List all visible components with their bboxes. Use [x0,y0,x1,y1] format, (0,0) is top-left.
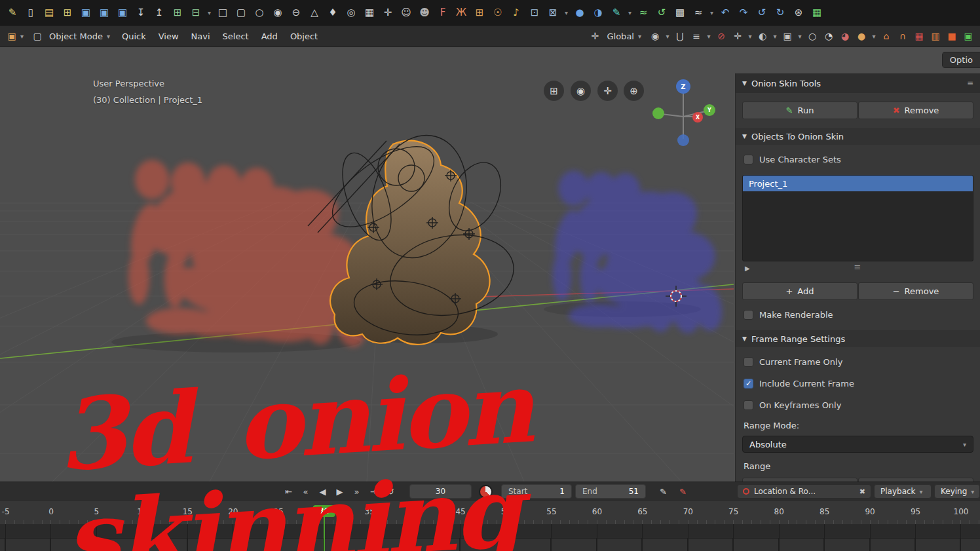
droplet-icon[interactable]: ♦ [324,4,342,22]
metaball-capsule-icon[interactable]: ◑ [589,4,607,22]
clipped-field[interactable] [858,478,973,482]
menu-item[interactable]: View [153,29,185,44]
empty-image-icon[interactable]: ☉ [489,4,507,22]
chevron-down-icon[interactable]: ▾ [870,28,878,44]
gear-icon[interactable]: ⊛ [789,4,808,22]
camera-view-button[interactable]: ◉ [571,81,591,101]
shading-rendered-icon[interactable]: ● [854,28,869,44]
chevron-down-icon[interactable]: ▾ [705,28,713,44]
playback-dropdown[interactable]: Playback ▾ [874,484,932,499]
shading-solid-icon[interactable]: ◔ [821,28,837,44]
undo-icon[interactable]: ↶ [716,4,734,22]
make-renderable-row[interactable]: Make Renderable [744,307,972,322]
export-icon[interactable]: ↥ [150,4,168,22]
chevron-down-icon[interactable]: ▾ [796,28,804,44]
monkey-icon[interactable]: ☺ [397,4,415,22]
repeat-icon[interactable]: ↻ [771,4,789,22]
use-character-sets-row[interactable]: Use Character Sets [744,152,972,166]
image-ref-icon[interactable]: ⊠ [544,4,562,22]
transform-orientation-selector[interactable]: ✛ Global ▾ [582,26,647,46]
range-mode-dropdown[interactable]: Absolute ▾ [742,436,973,453]
mode-selector[interactable]: ▢ Object Mode ▾ [24,26,115,46]
frame-range-section-header[interactable]: ▼ Frame Range Settings [736,330,980,347]
sync-icon[interactable]: ↺ [753,4,771,22]
snap-target-icon[interactable]: ≡ [688,28,704,44]
curve-icon[interactable]: ≈ [634,4,652,22]
save-copy-icon[interactable]: ▣ [113,4,132,22]
gizmo-icon[interactable]: ✛ [730,28,745,44]
brush-icon[interactable]: ✎ [607,4,626,22]
zoom-view-button[interactable]: ⊕ [624,81,644,101]
cube-icon[interactable]: ▢ [232,4,250,22]
options-button[interactable]: Optio [942,52,980,68]
chevron-down-icon[interactable]: ▾ [562,4,571,22]
menu-item[interactable]: Navi [185,29,216,44]
play-reverse-button[interactable]: ◀ [314,484,331,499]
list-filter-icon[interactable]: ▶ [745,265,750,272]
list-resize-grip-icon[interactable]: ≡ [854,262,862,272]
image-icon[interactable]: ⊡ [525,4,544,22]
menu-item[interactable]: Object [284,29,324,44]
overlays-icon[interactable]: ◐ [755,28,770,44]
circle-icon[interactable]: ○ [250,4,269,22]
chevron-down-icon[interactable]: ▾ [771,28,779,44]
panel-grip-icon[interactable]: ≡ [967,79,973,88]
pan-view-button[interactable]: ✛ [597,81,618,101]
playhead-line[interactable] [324,516,325,551]
on-keyframes-only-row[interactable]: On Keyframes Only [744,398,972,412]
save-as-icon[interactable]: ▣ [95,4,113,22]
include-current-frame-checkbox[interactable] [744,379,753,389]
remove-object-button[interactable]: − Remove [858,282,973,300]
editor-toggle-1-icon[interactable]: ⌂ [878,28,894,44]
current-frame-field[interactable]: 30 [409,484,472,499]
pivot-point-icon[interactable]: ◉ [647,28,663,44]
plane-icon[interactable]: □ [214,4,232,22]
prev-keyframe-button[interactable]: « [297,484,314,499]
sphere-icon[interactable]: ◉ [269,4,287,22]
clear-keying-set-icon[interactable]: ✖ [859,487,865,496]
objects-section-header[interactable]: ▼ Objects To Onion Skin [736,128,980,145]
proportional-edit-icon[interactable]: ⊘ [713,28,729,44]
on-keyframes-only-checkbox[interactable] [744,400,753,410]
append-icon[interactable]: ⊞ [58,4,77,22]
editor-toggle-5-icon[interactable]: ■ [944,28,960,44]
chevron-down-icon[interactable]: ▾ [746,28,754,44]
chevron-down-icon[interactable]: ▾ [707,4,716,22]
xray-icon[interactable]: ▣ [780,28,795,44]
jump-to-end-button[interactable]: ⇥ [366,484,382,499]
run-button[interactable]: ✎ Run [742,102,857,119]
panel-header[interactable]: ▼ Onion Skin Tools ≡ [736,73,980,93]
next-keyframe-button[interactable]: » [349,484,365,499]
delete-keyframe-icon[interactable]: ✎ [675,484,691,499]
record-indicator-icon[interactable] [479,485,493,499]
start-frame-field[interactable]: Start 1 [501,484,572,499]
window-icon[interactable]: ⊞ [168,4,187,22]
timeline-ruler[interactable]: -505101520253035404550556065707580859095… [0,500,980,524]
curve-handle-icon[interactable]: ≈ [689,4,707,22]
grid-display-icon[interactable]: ▦ [808,4,826,22]
current-frame-only-row[interactable]: Current Frame Only [744,354,972,369]
editor-toggle-4-icon[interactable]: ▥ [928,28,943,44]
chevron-down-icon[interactable]: ▾ [205,4,214,22]
redo-icon[interactable]: ↷ [734,4,753,22]
objects-list[interactable]: Project_1 [742,175,973,261]
editor-type-icon[interactable]: ▣ [4,28,20,44]
import-icon[interactable]: ↧ [132,4,150,22]
editor-toggle-6-icon[interactable]: ▣ [960,28,976,44]
make-renderable-checkbox[interactable] [744,310,753,320]
shading-material-icon[interactable]: ◕ [837,28,853,44]
timeline-tracks[interactable] [0,524,980,551]
snap-magnet-icon[interactable]: ⋃ [672,28,688,44]
play-button[interactable]: ▶ [331,484,348,499]
render-icon[interactable]: ⊟ [187,4,205,22]
open-folder-icon[interactable]: ▤ [40,4,58,22]
metaball-icon[interactable]: ● [571,4,589,22]
remove-button[interactable]: ✖ Remove [858,102,973,119]
current-frame-only-checkbox[interactable] [744,357,753,367]
include-current-frame-row[interactable]: Include Current Frame [744,376,972,390]
cycle-icon[interactable]: ↺ [652,4,671,22]
shading-wireframe-icon[interactable]: ○ [804,28,820,44]
chevron-down-icon[interactable]: ▾ [626,4,634,22]
menu-item[interactable]: Select [217,29,255,44]
monkey-shaded-icon[interactable]: ☻ [415,4,434,22]
